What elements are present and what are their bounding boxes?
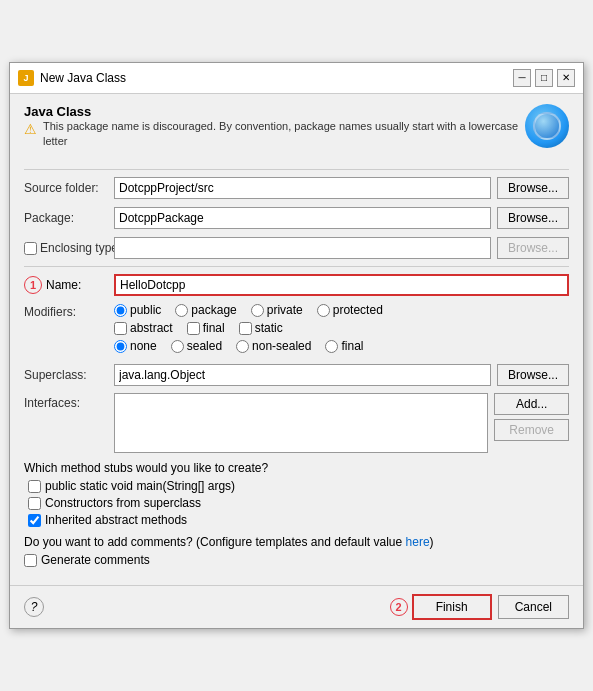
modifier-protected-label: protected (333, 303, 383, 317)
modifier-public-radio[interactable] (114, 304, 127, 317)
stubs-constructors-label: Constructors from superclass (45, 496, 201, 510)
interfaces-buttons: Add... Remove (494, 393, 569, 441)
eclipse-logo-inner (533, 112, 561, 140)
modifier-row-1: public package private protected (114, 303, 569, 317)
stubs-inherited-checkbox[interactable] (28, 514, 41, 527)
remove-button[interactable]: Remove (494, 419, 569, 441)
superclass-label: Superclass: (24, 368, 114, 382)
package-browse-button[interactable]: Browse... (497, 207, 569, 229)
warning-icon: ⚠ (24, 120, 37, 140)
stubs-inherited-label: Inherited abstract methods (45, 513, 187, 527)
window-title: New Java Class (40, 71, 126, 85)
stubs-constructors-checkbox[interactable] (28, 497, 41, 510)
superclass-row: Superclass: Browse... (24, 363, 569, 387)
dialog-content: Java Class ⚠ This package name is discou… (10, 94, 583, 586)
finish-button-wrapper: 2 Finish (390, 594, 498, 620)
modifier-row-3: none sealed non-sealed final (114, 339, 569, 353)
modifier-package-radio[interactable] (175, 304, 188, 317)
modifier-sealed-radio[interactable] (171, 340, 184, 353)
superclass-input[interactable] (114, 364, 491, 386)
enclosing-type-row: Enclosing type: Browse... (24, 236, 569, 260)
modifier-protected-item: protected (317, 303, 383, 317)
cancel-button[interactable]: Cancel (498, 595, 569, 619)
modifier-abstract-checkbox[interactable] (114, 322, 127, 335)
package-label: Package: (24, 211, 114, 225)
enclosing-type-browse-button[interactable]: Browse... (497, 237, 569, 259)
bottom-buttons: ? 2 Finish Cancel (10, 585, 583, 628)
modifier-public-item: public (114, 303, 161, 317)
modifier-protected-radio[interactable] (317, 304, 330, 317)
enclosing-type-label-wrapper: Enclosing type: (24, 241, 114, 255)
warning-text: This package name is discouraged. By con… (43, 119, 525, 150)
enclosing-type-input[interactable] (114, 237, 491, 259)
enclosing-type-checkbox[interactable] (24, 242, 37, 255)
modifier-static-checkbox[interactable] (239, 322, 252, 335)
maximize-button[interactable]: □ (535, 69, 553, 87)
modifiers-label: Modifiers: (24, 303, 114, 319)
modifiers-content: public package private protected (114, 303, 569, 357)
modifier-static-label: static (255, 321, 283, 335)
help-button[interactable]: ? (24, 597, 44, 617)
modifier-abstract-item: abstract (114, 321, 173, 335)
modifier-none-label: none (130, 339, 157, 353)
stubs-item-1: public static void main(String[] args) (28, 479, 569, 493)
generate-comments-checkbox[interactable] (24, 554, 37, 567)
name-input[interactable] (114, 274, 569, 296)
modifier-package-label: package (191, 303, 236, 317)
interfaces-box (114, 393, 488, 453)
generate-comments-row: Generate comments (24, 553, 569, 567)
modifier-private-radio[interactable] (251, 304, 264, 317)
action-buttons: 2 Finish Cancel (390, 594, 569, 620)
interfaces-label: Interfaces: (24, 393, 114, 410)
source-folder-input[interactable] (114, 177, 491, 199)
modifier-none-radio[interactable] (114, 340, 127, 353)
modifier-none-item: none (114, 339, 157, 353)
modifier-row-2: abstract final static (114, 321, 569, 335)
modifier-final2-item: final (325, 339, 363, 353)
comments-link[interactable]: here (406, 535, 430, 549)
section-left: Java Class ⚠ This package name is discou… (24, 104, 525, 160)
add-button[interactable]: Add... (494, 393, 569, 415)
titlebar-controls: ─ □ ✕ (513, 69, 575, 87)
close-button[interactable]: ✕ (557, 69, 575, 87)
stubs-item-3: Inherited abstract methods (28, 513, 569, 527)
minimize-button[interactable]: ─ (513, 69, 531, 87)
modifier-sealed-item: sealed (171, 339, 222, 353)
comments-text-after: ) (430, 535, 434, 549)
stubs-question: Which method stubs would you like to cre… (24, 461, 569, 475)
modifier-non-sealed-radio[interactable] (236, 340, 249, 353)
name-label-wrapper: 1 Name: (24, 276, 114, 294)
superclass-browse-button[interactable]: Browse... (497, 364, 569, 386)
name-label: Name: (46, 278, 81, 292)
modifier-private-item: private (251, 303, 303, 317)
modifier-final2-radio[interactable] (325, 340, 338, 353)
source-folder-label: Source folder: (24, 181, 114, 195)
warning-box: ⚠ This package name is discouraged. By c… (24, 119, 525, 150)
modifier-final1-label: final (203, 321, 225, 335)
modifier-sealed-label: sealed (187, 339, 222, 353)
modifiers-section: Modifiers: public package private (24, 303, 569, 357)
modifier-non-sealed-item: non-sealed (236, 339, 311, 353)
package-input[interactable] (114, 207, 491, 229)
source-folder-browse-button[interactable]: Browse... (497, 177, 569, 199)
comments-section: Do you want to add comments? (Configure … (24, 535, 569, 567)
name-badge: 1 (24, 276, 42, 294)
finish-button[interactable]: Finish (412, 594, 492, 620)
finish-badge: 2 (390, 598, 408, 616)
package-row: Package: Browse... (24, 206, 569, 230)
interfaces-row: Interfaces: Add... Remove (24, 393, 569, 453)
titlebar: J New Java Class ─ □ ✕ (10, 63, 583, 94)
dialog-window: J New Java Class ─ □ ✕ Java Class ⚠ This… (9, 62, 584, 630)
section-header: Java Class ⚠ This package name is discou… (24, 104, 569, 160)
modifier-final1-checkbox[interactable] (187, 322, 200, 335)
section-title: Java Class (24, 104, 525, 119)
modifier-final1-item: final (187, 321, 225, 335)
stubs-item-2: Constructors from superclass (28, 496, 569, 510)
modifier-static-item: static (239, 321, 283, 335)
window-icon: J (18, 70, 34, 86)
modifier-private-label: private (267, 303, 303, 317)
name-row: 1 Name: (24, 273, 569, 297)
divider-2 (24, 266, 569, 267)
divider-1 (24, 169, 569, 170)
stubs-main-checkbox[interactable] (28, 480, 41, 493)
